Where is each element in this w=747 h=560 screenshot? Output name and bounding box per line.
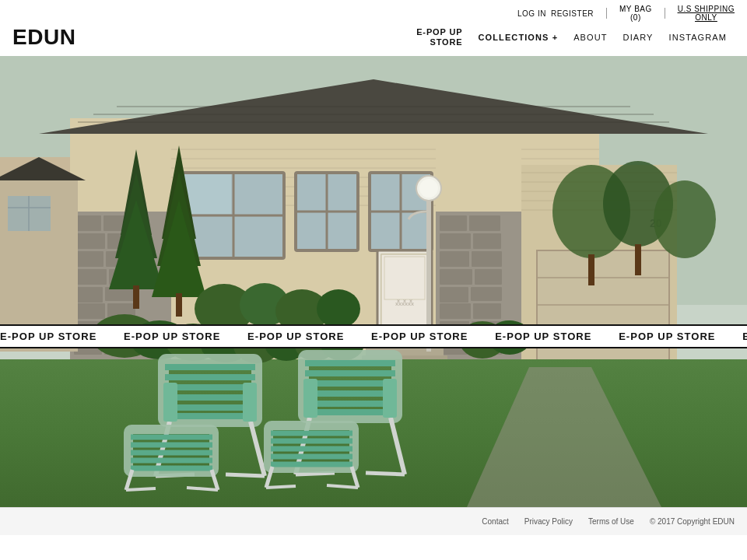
- svg-rect-23: [440, 215, 467, 231]
- site-header: EDUN E-POP UP STORE COLLECTIONS + ABOUT …: [0, 25, 747, 56]
- divider: [606, 8, 607, 19]
- svg-rect-176: [303, 379, 317, 418]
- site-logo[interactable]: EDUN: [12, 25, 76, 50]
- login-label: LOG IN: [517, 9, 546, 18]
- svg-rect-34: [473, 303, 501, 319]
- main-nav: E-POP UP STORE COLLECTIONS + ABOUT DIARY…: [416, 27, 735, 47]
- svg-rect-10: [74, 251, 103, 267]
- register-link[interactable]: REGISTER: [551, 9, 594, 18]
- svg-rect-8: [74, 233, 105, 249]
- svg-rect-177: [383, 379, 397, 418]
- svg-line-151: [126, 488, 156, 490]
- svg-rect-25: [440, 233, 471, 249]
- svg-rect-27: [440, 251, 469, 267]
- nav-epopup[interactable]: E-POP UP STORE: [416, 27, 462, 47]
- svg-rect-30: [475, 269, 502, 285]
- divider2: [665, 8, 665, 19]
- shipping-line1: U.S SHIPPING: [678, 5, 735, 13]
- svg-rect-6: [74, 215, 101, 231]
- ticker-strip: E-POP UP STORE E-POP UP STORE E-POP UP S…: [0, 324, 747, 348]
- svg-point-111: [317, 289, 360, 328]
- nav-about[interactable]: ABOUT: [566, 33, 615, 42]
- footer-terms[interactable]: Terms of Use: [588, 517, 634, 526]
- login-link[interactable]: LOG IN: [517, 9, 546, 18]
- svg-text:⁂⁂⁂: ⁂⁂⁂: [395, 299, 414, 306]
- svg-line-165: [366, 473, 405, 474]
- epop-line2: STORE: [430, 37, 462, 47]
- top-bar: LOG IN REGISTER MY BAG (0) U.S SHIPPING …: [0, 0, 747, 25]
- svg-rect-32: [471, 287, 502, 301]
- svg-rect-154: [243, 383, 257, 422]
- svg-point-76: [419, 179, 438, 198]
- svg-rect-153: [163, 383, 177, 422]
- svg-rect-107: [176, 293, 182, 317]
- hero-svg: ⁂⁂⁂ 20: [0, 56, 747, 507]
- site-footer: Contact Privacy Policy Terms of Use © 20…: [0, 507, 747, 535]
- svg-rect-103: [133, 285, 139, 309]
- svg-rect-126: [635, 244, 641, 275]
- svg-point-124: [654, 180, 716, 258]
- shipping-info: U.S SHIPPING ONLY: [678, 5, 735, 22]
- footer-copyright: © 2017 Copyright EDUN: [650, 517, 735, 526]
- svg-rect-33: [440, 303, 471, 319]
- svg-rect-16: [74, 303, 105, 319]
- svg-rect-24: [469, 215, 500, 231]
- ticker-text: E-POP UP STORE E-POP UP STORE E-POP UP S…: [0, 331, 747, 342]
- svg-rect-125: [588, 254, 594, 285]
- epop-line1: E-POP UP: [416, 27, 462, 37]
- nav-diary[interactable]: DIARY: [615, 33, 661, 42]
- svg-line-174: [266, 486, 296, 488]
- svg-rect-26: [473, 233, 501, 249]
- auth-links: LOG IN REGISTER: [517, 9, 594, 18]
- footer-contact[interactable]: Contact: [482, 517, 508, 526]
- svg-rect-12: [74, 269, 107, 285]
- mybag-label: MY BAG: [619, 5, 652, 13]
- svg-rect-28: [472, 251, 502, 267]
- footer-privacy[interactable]: Privacy Policy: [524, 517, 573, 526]
- hero-image: ⁂⁂⁂ 20: [0, 56, 747, 507]
- svg-rect-29: [440, 269, 472, 285]
- mybag-count: (0): [630, 13, 641, 22]
- svg-line-142: [226, 474, 265, 476]
- svg-rect-31: [440, 287, 468, 303]
- shipping-line2: ONLY: [695, 13, 717, 22]
- nav-instagram[interactable]: INSTAGRAM: [661, 33, 735, 42]
- svg-rect-14: [74, 287, 103, 303]
- nav-collections[interactable]: COLLECTIONS +: [471, 33, 566, 42]
- mybag: MY BAG (0): [619, 5, 652, 22]
- svg-rect-57: [184, 174, 231, 214]
- svg-rect-87: [537, 250, 669, 367]
- svg-line-164: [296, 473, 335, 474]
